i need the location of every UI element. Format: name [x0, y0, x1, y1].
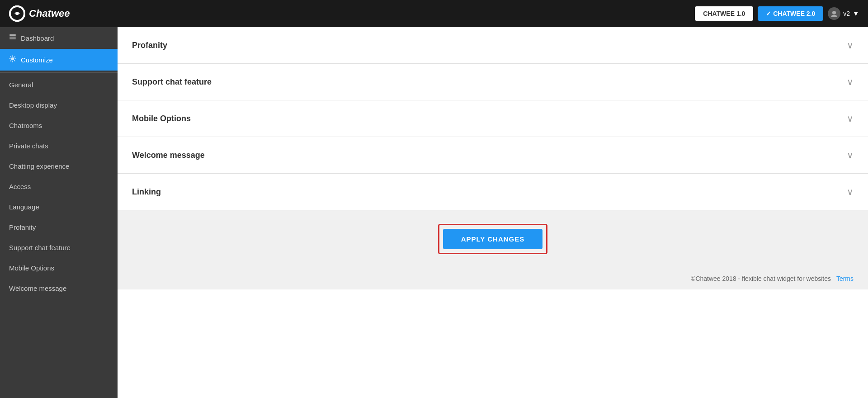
sidebar-item-chatrooms-label: Chatrooms	[9, 122, 42, 129]
layout: Dashboard Customize General Desktop disp…	[0, 27, 868, 398]
sidebar: Dashboard Customize General Desktop disp…	[0, 27, 118, 398]
chevron-down-icon-linking: ∨	[847, 186, 854, 197]
sidebar-item-profanity-label: Profanity	[9, 223, 36, 231]
apply-area: APPLY CHANGES	[118, 210, 868, 268]
sidebar-item-dashboard-label: Dashboard	[21, 34, 54, 42]
sidebar-item-access-label: Access	[9, 183, 31, 190]
chatwee-v1-button[interactable]: CHATWEE 1.0	[695, 6, 753, 21]
sidebar-item-general[interactable]: General	[0, 75, 118, 95]
navbar-right: CHATWEE 1.0 ✓ CHATWEE 2.0 v2 ▼	[695, 6, 859, 21]
dashboard-icon	[9, 33, 16, 43]
accordion-title-linking: Linking	[132, 187, 161, 197]
accordion-section-support-chat-feature: Support chat feature ∨	[118, 64, 868, 100]
svg-point-2	[16, 12, 19, 15]
accordion-title-welcome-message: Welcome message	[132, 151, 205, 160]
sidebar-item-chatting-experience[interactable]: Chatting experience	[0, 156, 118, 176]
apply-changes-button[interactable]: APPLY CHANGES	[443, 229, 543, 249]
accordion-section-welcome-message: Welcome message ∨	[118, 137, 868, 174]
user-menu[interactable]: v2 ▼	[828, 7, 859, 20]
apply-wrapper: APPLY CHANGES	[438, 224, 548, 254]
accordion-header-mobile-options[interactable]: Mobile Options ∨	[118, 100, 868, 137]
accordion-section-profanity: Profanity ∨	[118, 27, 868, 64]
sidebar-item-chatting-experience-label: Chatting experience	[9, 162, 69, 170]
sidebar-item-general-label: General	[9, 81, 33, 89]
accordion-title-mobile-options: Mobile Options	[132, 114, 191, 123]
accordion-section-mobile-options: Mobile Options ∨	[118, 100, 868, 137]
sidebar-separator-1	[0, 72, 118, 73]
chevron-down-icon-profanity: ∨	[847, 40, 854, 51]
chatwee-v2-button[interactable]: ✓ CHATWEE 2.0	[758, 6, 823, 21]
accordion-title-profanity: Profanity	[132, 41, 167, 50]
sidebar-item-profanity[interactable]: Profanity	[0, 217, 118, 237]
svg-rect-5	[9, 37, 16, 38]
sidebar-item-language-label: Language	[9, 203, 39, 211]
sidebar-item-access[interactable]: Access	[0, 176, 118, 197]
accordion-title-support-chat-feature: Support chat feature	[132, 77, 212, 87]
sidebar-item-support-chat-feature[interactable]: Support chat feature	[0, 237, 118, 258]
sidebar-item-private-chats[interactable]: Private chats	[0, 136, 118, 156]
sidebar-item-chatrooms[interactable]: Chatrooms	[0, 115, 118, 136]
sidebar-item-mobile-options[interactable]: Mobile Options	[0, 258, 118, 278]
sidebar-item-language[interactable]: Language	[0, 197, 118, 217]
sidebar-item-welcome-message-label: Welcome message	[9, 284, 66, 292]
sidebar-item-welcome-message[interactable]: Welcome message	[0, 278, 118, 298]
customize-icon	[9, 55, 16, 64]
navbar: Chatwee CHATWEE 1.0 ✓ CHATWEE 2.0 v2 ▼	[0, 0, 868, 27]
brand-name: Chatwee	[29, 8, 70, 19]
sidebar-item-dashboard[interactable]: Dashboard	[0, 27, 118, 49]
chevron-down-icon-welcome-message: ∨	[847, 150, 854, 161]
brand-icon	[9, 5, 25, 22]
sidebar-item-customize-label: Customize	[21, 56, 53, 64]
accordion-header-linking[interactable]: Linking ∨	[118, 174, 868, 210]
dropdown-arrow-icon: ▼	[853, 10, 859, 17]
svg-point-3	[832, 11, 836, 14]
main-content: Profanity ∨ Support chat feature ∨ Mobil…	[118, 27, 868, 398]
sidebar-item-customize[interactable]: Customize	[0, 49, 118, 71]
user-label: v2	[843, 10, 850, 17]
sidebar-item-support-chat-feature-label: Support chat feature	[9, 244, 71, 251]
user-icon	[828, 7, 840, 20]
sidebar-item-desktop-display-label: Desktop display	[9, 101, 57, 109]
brand: Chatwee	[9, 5, 70, 22]
svg-rect-4	[9, 34, 16, 36]
accordion-header-welcome-message[interactable]: Welcome message ∨	[118, 137, 868, 173]
sidebar-item-mobile-options-label: Mobile Options	[9, 264, 54, 272]
chevron-down-icon-mobile-options: ∨	[847, 113, 854, 124]
sidebar-item-private-chats-label: Private chats	[9, 142, 48, 150]
footer-copyright: ©Chatwee 2018 - flexible chat widget for…	[691, 275, 831, 282]
accordion-header-support-chat-feature[interactable]: Support chat feature ∨	[118, 64, 868, 100]
sidebar-item-desktop-display[interactable]: Desktop display	[0, 95, 118, 115]
accordion-section-linking: Linking ∨	[118, 174, 868, 210]
svg-rect-6	[9, 38, 16, 39]
chevron-down-icon-support-chat-feature: ∨	[847, 76, 854, 87]
accordion-header-profanity[interactable]: Profanity ∨	[118, 27, 868, 63]
footer: ©Chatwee 2018 - flexible chat widget for…	[118, 268, 868, 289]
footer-terms-link[interactable]: Terms	[836, 275, 854, 282]
